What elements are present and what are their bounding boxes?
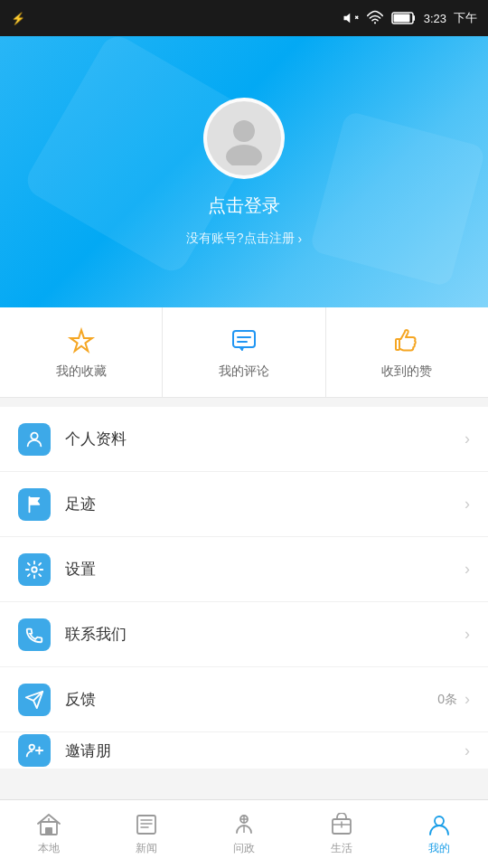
status-icon: ⚡ [11,12,25,25]
quick-actions: 我的收藏 我的评论 收到的赞 [0,307,488,398]
settings-chevron: › [465,560,470,579]
menu-item-profile[interactable]: 个人资料 › [0,407,488,472]
nav-item-mine[interactable]: 我的 [390,800,488,868]
politics-icon [231,812,257,837]
contact-label: 联系我们 [65,624,465,645]
invite-icon [24,741,44,760]
avatar-icon [217,111,271,165]
comment-icon [229,326,259,356]
contact-chevron: › [465,625,470,644]
svg-point-13 [32,567,37,572]
nav-item-life[interactable]: 生活 [293,800,390,868]
wifi-icon [366,10,384,26]
invite-chevron: › [465,741,470,760]
svg-point-14 [30,745,35,750]
profile-chevron: › [465,429,470,448]
settings-label: 设置 [65,559,465,580]
register-link[interactable]: 没有账号?点击注册 › [186,231,302,247]
menu-item-contact[interactable]: 联系我们 › [0,602,488,667]
svg-rect-18 [45,827,52,835]
news-nav-label: 新闻 [136,841,157,856]
status-bar: ⚡ 3:23 下午 [0,0,488,36]
menu-item-invite[interactable]: 邀请朋 › [0,732,488,769]
svg-point-6 [226,145,262,165]
bottom-nav: 本地 新闻 问政 [0,799,488,868]
mine-nav-label: 我的 [428,841,450,856]
footprints-chevron: › [465,495,470,514]
mute-icon [343,10,359,26]
battery-icon [391,11,417,25]
send-icon [24,690,44,710]
comments-label: 我的评论 [219,363,269,380]
send-icon-bg [18,684,51,716]
home-nav-label: 本地 [38,841,60,856]
home-icon [36,812,61,837]
nav-item-home[interactable]: 本地 [0,800,98,868]
footprints-label: 足迹 [65,494,465,514]
flag-icon [24,495,44,514]
svg-rect-4 [393,14,409,23]
menu-item-footprints[interactable]: 足迹 › [0,472,488,537]
svg-rect-10 [396,339,399,350]
favorites-label: 我的收藏 [56,363,107,380]
flag-icon-bg [18,488,51,521]
register-text: 没有账号?点击注册 [186,231,295,247]
svg-point-11 [31,432,37,439]
menu-item-settings[interactable]: 设置 › [0,537,488,602]
svg-rect-7 [233,331,255,347]
feedback-chevron: › [465,690,470,709]
svg-rect-20 [137,816,155,834]
invite-label: 邀请朋 [65,741,465,761]
gear-icon [24,560,44,580]
feedback-badge: 0条 [437,692,457,708]
status-right: 3:23 下午 [343,10,477,26]
profile-label: 个人资料 [65,429,465,449]
feedback-label: 反馈 [65,689,437,710]
register-chevron: › [298,231,303,246]
invite-icon-bg [18,734,51,767]
life-nav-label: 生活 [331,841,352,856]
gear-icon-bg [18,553,51,586]
svg-point-2 [374,22,376,24]
menu-list: 个人资料 › 足迹 › 设置 › 联系我们 › [0,407,488,769]
time-display: 3:23 [424,12,446,25]
life-icon [329,812,354,837]
likes-label: 收到的赞 [381,363,432,380]
nav-item-news[interactable]: 新闻 [98,800,195,868]
person-icon [24,429,44,449]
profile-header[interactable]: 点击登录 没有账号?点击注册 › [0,36,488,307]
quick-item-favorites[interactable]: 我的收藏 [0,307,163,397]
mine-icon [427,812,452,837]
phone-icon-bg [18,618,51,651]
phone-icon [24,625,44,645]
quick-item-likes[interactable]: 收到的赞 [326,307,488,397]
svg-point-5 [233,120,255,142]
politics-nav-label: 问政 [233,841,255,856]
star-icon [66,326,97,356]
avatar[interactable] [203,98,285,179]
thumb-icon [391,326,422,356]
login-button[interactable]: 点击登录 [208,193,280,218]
ampm-display: 下午 [454,10,477,26]
status-left: ⚡ [11,12,25,25]
nav-item-politics[interactable]: 问政 [195,800,293,868]
person-icon-bg [18,423,51,456]
news-icon [134,812,159,837]
quick-item-comments[interactable]: 我的评论 [163,307,325,397]
svg-point-31 [435,816,444,826]
menu-item-feedback[interactable]: 反馈 0条 › [0,667,488,732]
